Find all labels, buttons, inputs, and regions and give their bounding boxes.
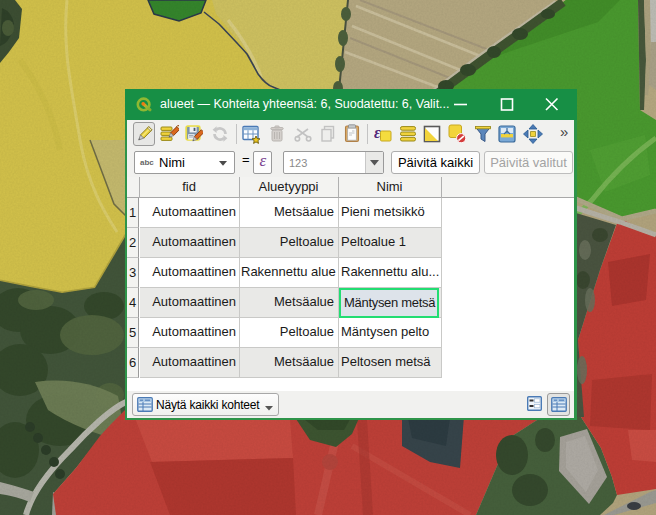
svg-text:ε: ε	[374, 124, 381, 141]
